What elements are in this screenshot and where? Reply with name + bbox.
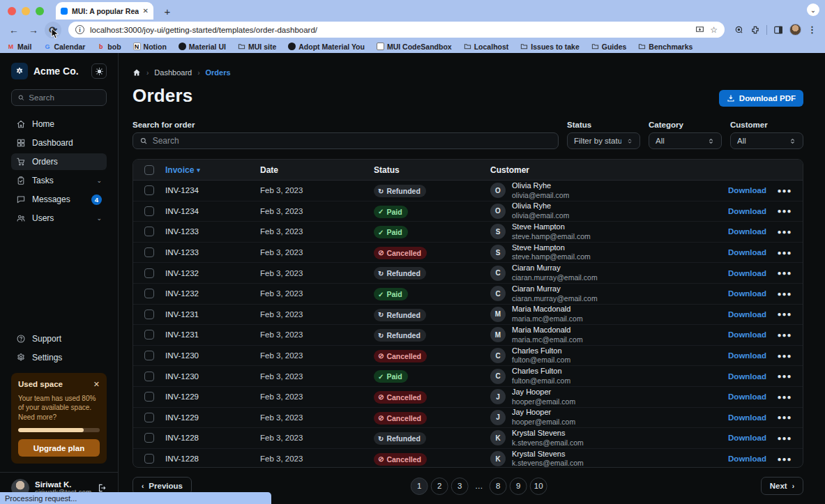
download-link[interactable]: Download bbox=[699, 207, 766, 215]
row-checkbox[interactable] bbox=[144, 310, 154, 319]
download-link[interactable]: Download bbox=[699, 351, 766, 360]
row-menu-icon[interactable]: ●●● bbox=[766, 455, 803, 463]
bookmark-item[interactable]: Guides bbox=[591, 43, 627, 51]
row-menu-icon[interactable]: ●●● bbox=[766, 310, 803, 318]
row-checkbox[interactable] bbox=[144, 289, 154, 298]
browser-tab[interactable]: MUI: A popular React UI fram ✕ bbox=[56, 2, 153, 20]
upgrade-plan-button[interactable]: Upgrade plan bbox=[18, 439, 100, 457]
bookmark-item[interactable]: NNotion bbox=[133, 43, 167, 51]
row-menu-icon[interactable]: ●●● bbox=[766, 413, 803, 421]
row-checkbox[interactable] bbox=[144, 351, 154, 360]
logout-icon[interactable] bbox=[97, 483, 107, 493]
row-menu-icon[interactable]: ●●● bbox=[766, 352, 803, 360]
row-checkbox[interactable] bbox=[144, 372, 154, 381]
row-checkbox[interactable] bbox=[144, 392, 154, 402]
row-checkbox[interactable] bbox=[144, 454, 154, 464]
download-link[interactable]: Download bbox=[699, 392, 766, 401]
window-controls[interactable] bbox=[8, 7, 44, 15]
bookmark-item[interactable]: MMail bbox=[7, 43, 31, 51]
tab-search-chevron-icon[interactable]: ⌄ bbox=[807, 3, 819, 16]
customer-select[interactable]: All bbox=[730, 132, 803, 149]
home-icon[interactable] bbox=[133, 68, 141, 77]
category-select[interactable]: All bbox=[649, 132, 722, 149]
sidebar-item-orders[interactable]: Orders bbox=[11, 153, 107, 170]
download-pdf-button[interactable]: Download PDF bbox=[719, 90, 803, 107]
order-search-field[interactable] bbox=[133, 132, 559, 149]
download-link[interactable]: Download bbox=[699, 413, 766, 422]
download-link[interactable]: Download bbox=[699, 330, 766, 339]
sidebar-item-home[interactable]: Home bbox=[11, 116, 107, 132]
sidebar-item-settings[interactable]: Settings bbox=[11, 349, 107, 366]
row-checkbox[interactable] bbox=[144, 433, 154, 443]
sidebar-search[interactable] bbox=[11, 89, 107, 106]
row-checkbox[interactable] bbox=[144, 247, 154, 257]
row-menu-icon[interactable]: ●●● bbox=[766, 434, 803, 442]
download-link[interactable]: Download bbox=[699, 434, 766, 442]
row-menu-icon[interactable]: ●●● bbox=[766, 187, 803, 194]
row-checkbox[interactable] bbox=[144, 330, 154, 339]
bookmark-item[interactable]: Issues to take bbox=[520, 43, 579, 51]
color-scheme-toggle[interactable] bbox=[91, 63, 107, 79]
sidebar-item-dashboard[interactable]: Dashboard bbox=[11, 135, 107, 151]
status-select[interactable]: Filter by status bbox=[567, 132, 640, 149]
page-button-3[interactable]: 3 bbox=[451, 478, 469, 495]
order-search-input[interactable] bbox=[153, 136, 552, 146]
tab-close-icon[interactable]: ✕ bbox=[143, 7, 149, 15]
minimize-window-button[interactable] bbox=[22, 7, 30, 15]
browser-menu-icon[interactable]: ⋮ bbox=[808, 24, 817, 35]
download-link[interactable]: Download bbox=[699, 227, 766, 236]
next-page-button[interactable]: Next › bbox=[761, 477, 803, 495]
bookmark-item[interactable]: bbob bbox=[97, 43, 121, 51]
row-menu-icon[interactable]: ●●● bbox=[766, 393, 803, 401]
sidebar-item-users[interactable]: Users⌄ bbox=[11, 210, 107, 227]
page-button-1[interactable]: 1 bbox=[411, 478, 428, 495]
reload-button[interactable]: ⟳ bbox=[45, 22, 61, 38]
page-button-8[interactable]: 8 bbox=[490, 478, 507, 495]
row-menu-icon[interactable]: ●●● bbox=[766, 290, 803, 298]
bookmark-item[interactable]: MUI CodeSandbox bbox=[377, 43, 452, 51]
address-bar[interactable]: i localhost:3000/joy-ui/getting-started/… bbox=[68, 22, 725, 38]
row-menu-icon[interactable]: ●●● bbox=[766, 207, 803, 215]
side-panel-icon[interactable] bbox=[773, 25, 783, 35]
row-menu-icon[interactable]: ●●● bbox=[766, 269, 803, 277]
sidebar-item-support[interactable]: Support bbox=[11, 330, 107, 347]
bookmark-item[interactable]: GCalendar bbox=[43, 43, 85, 51]
page-button-10[interactable]: 10 bbox=[530, 478, 547, 495]
new-tab-button[interactable]: + bbox=[159, 3, 176, 20]
download-link[interactable]: Download bbox=[699, 289, 766, 298]
company-logo-icon[interactable]: A bbox=[11, 63, 28, 79]
bookmark-star-icon[interactable]: ☆ bbox=[710, 25, 718, 35]
row-menu-icon[interactable]: ●●● bbox=[766, 372, 803, 380]
bookmark-item[interactable]: Adopt Material You bbox=[288, 43, 365, 51]
row-checkbox[interactable] bbox=[144, 227, 154, 236]
sidebar-item-tasks[interactable]: Tasks⌄ bbox=[11, 172, 107, 189]
download-link[interactable]: Download bbox=[699, 372, 766, 381]
breadcrumb-dashboard[interactable]: Dashboard bbox=[154, 68, 192, 77]
install-icon[interactable] bbox=[695, 25, 704, 34]
close-window-button[interactable] bbox=[8, 7, 16, 15]
sidebar-search-input[interactable] bbox=[29, 93, 100, 102]
download-link[interactable]: Download bbox=[699, 186, 766, 194]
bookmark-item[interactable]: Localhost bbox=[464, 43, 509, 51]
row-menu-icon[interactable]: ●●● bbox=[766, 331, 803, 339]
download-link[interactable]: Download bbox=[699, 455, 766, 463]
sidebar-item-messages[interactable]: Messages4 bbox=[11, 191, 107, 208]
row-menu-icon[interactable]: ●●● bbox=[766, 228, 803, 236]
row-checkbox[interactable] bbox=[144, 206, 154, 216]
extensions-icon[interactable] bbox=[750, 25, 760, 35]
bookmark-item[interactable]: MUI site bbox=[238, 43, 276, 51]
row-checkbox[interactable] bbox=[144, 185, 154, 195]
privacy-icon[interactable] bbox=[734, 25, 744, 35]
select-all-checkbox[interactable] bbox=[144, 165, 154, 175]
site-info-icon[interactable]: i bbox=[75, 25, 84, 34]
column-header-invoice[interactable]: Invoice ▾ bbox=[165, 165, 260, 175]
download-link[interactable]: Download bbox=[699, 248, 766, 257]
page-button-2[interactable]: 2 bbox=[431, 478, 448, 495]
download-link[interactable]: Download bbox=[699, 269, 766, 277]
browser-profile-avatar[interactable] bbox=[789, 24, 801, 36]
row-menu-icon[interactable]: ●●● bbox=[766, 249, 803, 257]
zoom-window-button[interactable] bbox=[36, 7, 44, 15]
page-button-9[interactable]: 9 bbox=[510, 478, 527, 495]
download-link[interactable]: Download bbox=[699, 310, 766, 319]
row-checkbox[interactable] bbox=[144, 268, 154, 278]
